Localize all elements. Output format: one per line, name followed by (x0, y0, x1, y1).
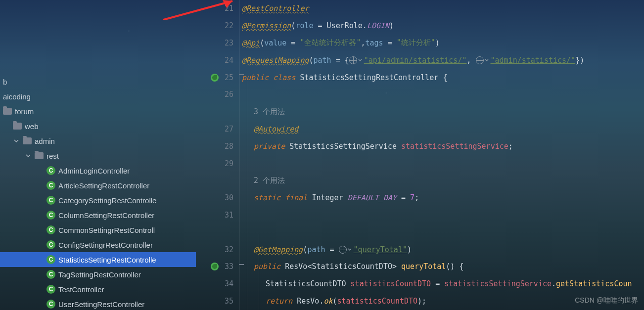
usage-hint[interactable]: 2 个用法 (254, 176, 285, 185)
tree-label: aicoding (3, 92, 31, 101)
tree-label: ColumnSettingRestController (58, 211, 154, 220)
tree-label: ArticleSettingRestController (58, 181, 149, 190)
spring-bean-icon[interactable] (211, 263, 219, 270)
fold-marker[interactable] (239, 264, 244, 265)
line-number: 31 (223, 211, 233, 220)
line-number: 32 (223, 245, 233, 254)
folder-icon (3, 108, 12, 115)
class-icon: C (46, 211, 55, 220)
tree-item-folder[interactable]: web (0, 119, 196, 133)
indent-guide (259, 234, 259, 310)
gutter-row: 27 (196, 121, 233, 138)
globe-icon[interactable] (476, 56, 484, 64)
line-number: 23 (223, 39, 233, 47)
tree-label: CommonSettingrRestControll (58, 226, 155, 234)
annotation: @Api (242, 39, 260, 47)
gutter-row: 35 (196, 293, 233, 310)
line-number: 30 (223, 193, 233, 202)
tree-label: CategorySettingRestControlle (58, 196, 156, 205)
usage-hint[interactable]: 3 个用法 (254, 107, 285, 117)
tree-label: rest (46, 152, 59, 160)
gutter: 21222324252627282930313233343536 (196, 0, 239, 310)
annotation: @GetMapping (254, 245, 303, 254)
chevron-down-icon[interactable] (25, 152, 32, 159)
line-number: 24 (223, 56, 233, 65)
gutter-row: 28 (196, 137, 233, 155)
tree-label: forum (15, 107, 34, 116)
folder-icon (35, 152, 44, 159)
class-icon: C (46, 166, 55, 175)
tree-label: AdminLoginController (58, 167, 130, 175)
folder-icon (23, 137, 32, 144)
class-icon: C (46, 285, 55, 294)
line-number: 28 (223, 142, 233, 151)
project-tree[interactable]: b aicoding forum web admin rest CA (0, 0, 196, 310)
tree-item-file[interactable]: CCategorySettingRestControlle (0, 193, 196, 208)
tree-label: ConfigSettingrRestController (58, 241, 153, 249)
class-icon: C (46, 270, 55, 279)
gutter-row (196, 172, 233, 189)
tree-item-folder[interactable]: rest (0, 148, 196, 163)
line-number: 25 (223, 73, 233, 82)
tree-label: TestController (58, 285, 104, 294)
tree-item-file[interactable]: CTestController (0, 282, 196, 297)
chevron-down-icon[interactable] (358, 56, 363, 65)
tree-item-file[interactable]: CColumnSettingRestController (0, 208, 196, 222)
gutter-row: 30 (196, 189, 233, 207)
tree-item-file[interactable]: CConfigSettingrRestController (0, 237, 196, 252)
folder-icon (13, 123, 22, 130)
gutter-row: 26 (196, 86, 233, 103)
class-icon: C (46, 255, 55, 264)
line-number: 33 (223, 262, 233, 271)
line-number: 34 (223, 279, 233, 288)
indent-guide (247, 79, 247, 310)
gutter-row: 25 (196, 69, 233, 86)
class-icon: C (46, 181, 55, 190)
gutter-row: 24 (196, 51, 233, 69)
tree-item-file[interactable]: CTagSettingRestController (0, 267, 196, 282)
code-editor[interactable]: 21222324252627282930313233343536 @RestCo… (196, 0, 644, 310)
gutter-row: 29 (196, 155, 233, 172)
code-area[interactable]: @RestController @Permission(role = UserR… (239, 0, 644, 310)
gutter-row (196, 223, 233, 241)
gutter-row: 34 (196, 275, 233, 293)
gutter-row: 31 (196, 207, 233, 224)
class-icon: C (46, 196, 55, 205)
globe-icon[interactable] (349, 56, 357, 64)
tree-item-root[interactable]: b (0, 74, 196, 89)
tree-item-file[interactable]: CUserSettingRestController (0, 297, 196, 310)
gutter-row: 21 (196, 0, 233, 17)
line-number: 22 (223, 21, 233, 30)
annotation: @RestController (242, 4, 309, 13)
line-number: 27 (223, 125, 233, 133)
chevron-down-icon[interactable] (13, 137, 20, 144)
tree-label: b (3, 78, 7, 86)
gutter-row (196, 103, 233, 121)
tree-item-folder[interactable]: admin (0, 133, 196, 148)
chevron-down-icon[interactable] (485, 56, 490, 65)
line-number: 35 (223, 297, 233, 306)
gutter-row: 23 (196, 35, 233, 52)
gutter-row: 32 (196, 241, 233, 258)
tree-label: web (25, 122, 39, 131)
tree-label: TagSettingRestController (58, 270, 141, 279)
tree-label: StatisticsSettingRestControlle (58, 256, 156, 264)
tree-label: admin (35, 137, 55, 145)
fold-marker[interactable] (239, 74, 244, 75)
chevron-down-icon[interactable] (348, 245, 353, 254)
tree-item-folder[interactable]: forum (0, 104, 196, 119)
tree-item-file[interactable]: CCommonSettingrRestControll (0, 222, 196, 237)
globe-icon[interactable] (339, 246, 347, 254)
tree-item-file[interactable]: CArticleSettingRestController (0, 178, 196, 193)
gutter-row: 22 (196, 17, 233, 35)
line-number: 21 (223, 4, 233, 13)
class-icon: C (46, 240, 55, 249)
spring-bean-icon[interactable] (211, 74, 219, 82)
tree-item-file[interactable]: CStatisticsSettingRestControlle (0, 252, 196, 267)
line-number: 26 (223, 90, 233, 99)
class-icon: C (46, 300, 55, 309)
tree-item-root[interactable]: aicoding (0, 89, 196, 104)
tree-item-file[interactable]: CAdminLoginController (0, 163, 196, 178)
gutter-row: 33 (196, 258, 233, 275)
line-number: 29 (223, 159, 233, 168)
